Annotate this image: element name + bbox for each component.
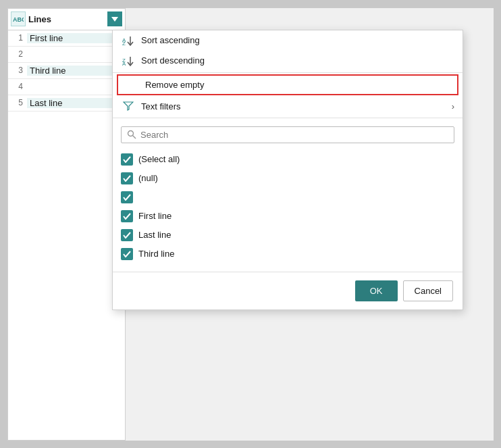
table-row: 3 Third line bbox=[8, 63, 125, 79]
checkbox-select-all[interactable]: (Select all) bbox=[121, 150, 454, 169]
sort-descending-item[interactable]: Z A Sort descending bbox=[113, 51, 463, 71]
filter-icon bbox=[121, 101, 136, 111]
checkbox-list: (Select all) (null) First line bbox=[113, 147, 463, 266]
menu-divider bbox=[113, 72, 463, 73]
column-dropdown-button[interactable] bbox=[107, 11, 122, 26]
sort-ascending-label: Sort ascending bbox=[141, 35, 200, 45]
svg-text:ABC: ABC bbox=[13, 16, 24, 23]
remove-empty-item[interactable]: Remove empty bbox=[117, 74, 458, 95]
panel-footer: OK Cancel bbox=[113, 272, 463, 309]
checkbox-checked-icon bbox=[121, 210, 133, 222]
svg-line-8 bbox=[133, 136, 136, 139]
table-area: ABC Lines 1 First line 2 3 Third line 4 … bbox=[7, 8, 126, 441]
checkbox-checked-icon bbox=[121, 191, 133, 203]
table-row: 5 Last line bbox=[8, 95, 125, 111]
search-icon bbox=[127, 130, 136, 139]
checkbox-label: First line bbox=[138, 211, 172, 221]
arrow-right-icon: › bbox=[452, 101, 454, 111]
search-input[interactable] bbox=[140, 130, 448, 140]
row-number: 5 bbox=[8, 98, 27, 107]
dropdown-panel: A Z Sort ascending Z A Sort descending bbox=[112, 30, 463, 310]
ok-button[interactable]: OK bbox=[355, 280, 398, 301]
cancel-button[interactable]: Cancel bbox=[403, 280, 453, 301]
checkbox-checked-icon bbox=[121, 248, 133, 260]
svg-text:A: A bbox=[122, 61, 126, 66]
search-area bbox=[113, 120, 463, 147]
remove-empty-label: Remove empty bbox=[145, 80, 204, 90]
table-row: 1 First line bbox=[8, 30, 125, 47]
svg-text:Z: Z bbox=[122, 41, 126, 46]
checkbox-checked-icon bbox=[121, 229, 133, 241]
row-value: Last line bbox=[27, 98, 125, 108]
checkbox-label: Last line bbox=[138, 230, 171, 240]
checkbox-empty[interactable] bbox=[121, 188, 454, 207]
table-row: 2 bbox=[8, 47, 125, 63]
row-value: First line bbox=[27, 33, 125, 43]
sort-ascending-icon: A Z bbox=[121, 35, 136, 46]
checkbox-checked-icon bbox=[121, 172, 133, 184]
checkbox-third-line[interactable]: Third line bbox=[121, 245, 454, 264]
text-filters-item[interactable]: Text filters › bbox=[113, 97, 463, 116]
row-number: 4 bbox=[8, 82, 27, 91]
checkbox-last-line[interactable]: Last line bbox=[121, 226, 454, 245]
row-number: 2 bbox=[8, 49, 27, 59]
table-row: 4 bbox=[8, 79, 125, 95]
sort-descending-icon: Z A bbox=[121, 55, 136, 66]
row-number: 3 bbox=[8, 66, 27, 75]
menu-divider-2 bbox=[113, 118, 463, 118]
checkbox-label: (Select all) bbox=[138, 154, 180, 164]
checkbox-null[interactable]: (null) bbox=[121, 169, 454, 188]
abc-icon: ABC bbox=[11, 11, 26, 26]
row-number: 1 bbox=[8, 33, 27, 43]
row-value: Third line bbox=[27, 66, 125, 76]
svg-point-7 bbox=[128, 131, 134, 136]
checkbox-first-line[interactable]: First line bbox=[121, 207, 454, 226]
sort-ascending-item[interactable]: A Z Sort ascending bbox=[113, 30, 463, 51]
checkbox-checked-icon bbox=[121, 153, 133, 166]
search-box bbox=[121, 126, 454, 143]
column-title: Lines bbox=[28, 14, 107, 24]
checkbox-label: Third line bbox=[138, 249, 174, 259]
text-filters-label: Text filters bbox=[141, 101, 181, 111]
checkbox-label: (null) bbox=[138, 173, 158, 183]
table-header: ABC Lines bbox=[8, 9, 125, 30]
sort-descending-label: Sort descending bbox=[141, 55, 205, 66]
